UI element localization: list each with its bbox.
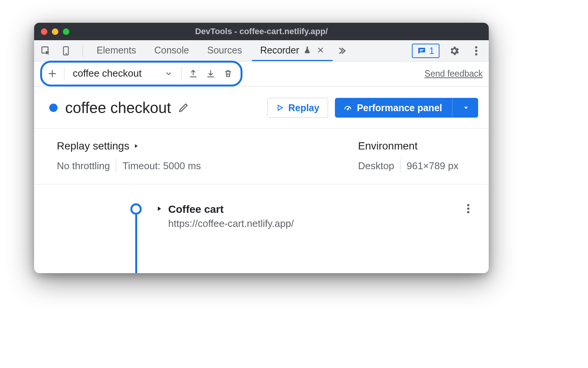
replay-settings-section: Replay settings No throttling Timeout: 5…	[57, 140, 201, 173]
chevron-down-icon	[164, 69, 173, 78]
issues-button[interactable]: 1	[412, 44, 439, 58]
environment-section: Environment Desktop 961×789 px	[358, 140, 474, 173]
replay-label: Replay	[288, 102, 319, 113]
recording-title: coffee checkout	[65, 99, 171, 116]
separator	[400, 159, 400, 173]
traffic-lights	[34, 28, 69, 35]
window-title: DevTools - coffee-cart.netlify.app/	[34, 27, 489, 36]
environment-title: Environment	[358, 140, 458, 152]
svg-point-17	[467, 208, 469, 210]
recorder-toolbar: coffee checkout Send feedback	[34, 61, 489, 86]
new-recording-button[interactable]	[45, 66, 59, 81]
window-minimize-button[interactable]	[52, 28, 58, 35]
play-icon	[276, 104, 284, 112]
separator	[181, 67, 181, 80]
recording-status-dot	[49, 104, 58, 112]
separator	[116, 159, 116, 173]
window-close-button[interactable]	[41, 28, 47, 35]
step-row[interactable]: Coffee cart https://coffee-cart.netlify.…	[155, 203, 474, 230]
tab-recorder-label: Recorder	[260, 45, 299, 56]
send-feedback-link[interactable]: Send feedback	[425, 69, 483, 79]
close-tab-icon[interactable]	[317, 46, 324, 54]
separator	[64, 67, 64, 80]
performance-panel-label: Performance panel	[357, 102, 442, 113]
svg-point-7	[475, 46, 477, 48]
issues-count: 1	[429, 46, 434, 56]
svg-point-8	[475, 49, 477, 52]
svg-point-18	[467, 211, 469, 213]
timeline-line	[135, 215, 137, 273]
window-titlebar: DevTools - coffee-cart.netlify.app/	[34, 23, 489, 40]
timeout-value: Timeout: 5000 ms	[122, 160, 201, 172]
svg-point-15	[347, 109, 348, 110]
flask-icon	[303, 46, 311, 54]
svg-point-9	[475, 53, 477, 55]
tab-elements[interactable]: Elements	[88, 40, 144, 61]
edit-title-icon[interactable]	[178, 102, 189, 113]
tab-sources[interactable]: Sources	[199, 40, 250, 61]
export-icon[interactable]	[186, 66, 200, 81]
svg-rect-5	[420, 49, 424, 50]
separator	[83, 45, 83, 57]
import-icon[interactable]	[203, 66, 218, 81]
tab-recorder[interactable]: Recorder	[252, 40, 333, 61]
recording-select-value: coffee checkout	[73, 68, 142, 79]
step-kebab-icon[interactable]	[467, 203, 470, 214]
settings-row: Replay settings No throttling Timeout: 5…	[34, 129, 489, 184]
replay-settings-title[interactable]: Replay settings	[57, 140, 201, 152]
more-tabs-icon[interactable]	[334, 44, 349, 58]
replay-button[interactable]: Replay	[267, 98, 328, 118]
settings-icon[interactable]	[447, 44, 461, 58]
gauge-icon	[343, 103, 352, 112]
recording-controls-highlight: coffee checkout	[40, 61, 242, 86]
timeline-node	[130, 203, 142, 215]
svg-point-16	[467, 204, 469, 206]
expand-step-icon[interactable]	[155, 205, 163, 212]
chat-icon	[417, 46, 426, 55]
performance-panel-dropdown[interactable]	[457, 104, 470, 112]
throttling-value: No throttling	[57, 160, 110, 172]
separator	[452, 98, 452, 118]
kebab-menu-icon[interactable]	[469, 44, 483, 58]
triangle-right-icon	[133, 143, 139, 149]
window-maximize-button[interactable]	[63, 28, 69, 35]
recording-select[interactable]: coffee checkout	[69, 68, 177, 79]
step-title: Coffee cart	[168, 203, 294, 215]
delete-icon[interactable]	[221, 66, 235, 81]
devtools-window: DevTools - coffee-cart.netlify.app/ Elem…	[34, 23, 489, 273]
inspect-element-icon[interactable]	[39, 44, 53, 58]
step-url: https://coffee-cart.netlify.app/	[168, 218, 294, 230]
environment-device: Desktop	[358, 160, 394, 172]
svg-rect-6	[420, 50, 422, 51]
steps-timeline: Coffee cart https://coffee-cart.netlify.…	[34, 184, 489, 230]
recording-header: coffee checkout Replay Performance panel	[34, 86, 489, 129]
tab-console[interactable]: Console	[146, 40, 197, 61]
performance-panel-button[interactable]: Performance panel	[335, 98, 478, 118]
environment-dimensions: 961×789 px	[407, 160, 458, 172]
device-toolbar-icon[interactable]	[59, 44, 74, 58]
devtools-tabbar: Elements Console Sources Recorder 1	[34, 40, 489, 61]
